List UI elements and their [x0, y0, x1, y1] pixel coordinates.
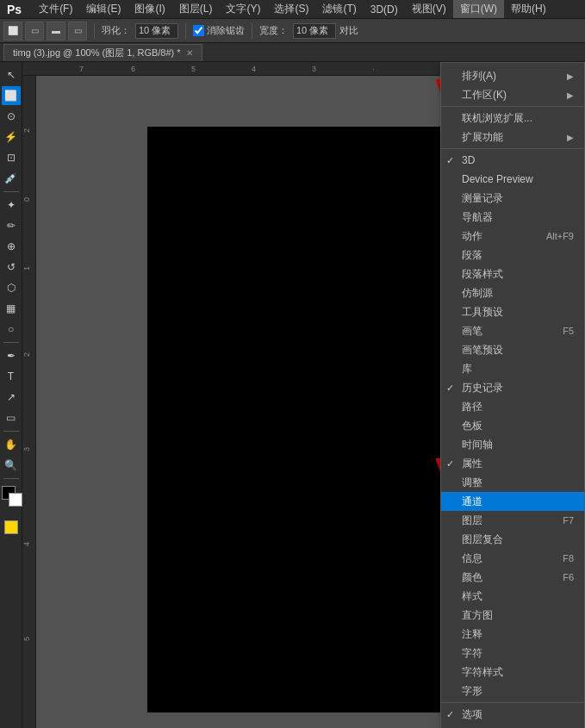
arrow-icon-extensions: ▶: [567, 133, 574, 142]
tool-eraser[interactable]: ⬡: [2, 278, 21, 297]
menu-item-character[interactable]: 字符: [441, 644, 584, 663]
menu-item-swatches[interactable]: 色板: [441, 416, 584, 435]
menu-item-arrange[interactable]: 排列(A) ▶: [441, 66, 584, 85]
menu-text[interactable]: 文字(Y): [219, 0, 267, 18]
tool-shape[interactable]: ▭: [2, 408, 21, 427]
tool-eyedropper[interactable]: 💉: [2, 169, 21, 188]
menu-item-clone-source[interactable]: 仿制源: [441, 283, 584, 302]
tool-zoom[interactable]: 🔍: [2, 456, 21, 475]
tool-move[interactable]: ↖: [2, 65, 21, 84]
tool-btn-4[interactable]: ▭: [68, 22, 87, 40]
background-color[interactable]: [9, 493, 22, 507]
svg-text:2: 2: [22, 352, 31, 357]
tool-quick-select[interactable]: ⚡: [2, 128, 21, 146]
tool-gradient[interactable]: ▦: [2, 299, 21, 318]
document-tab[interactable]: timg (3).jpg @ 100% (图层 1, RGB/8#) * ✕: [3, 44, 202, 61]
menu-item-browse-ext[interactable]: 联机浏览扩展...: [441, 109, 584, 128]
antialias-checkbox[interactable]: [193, 25, 204, 36]
svg-text:3: 3: [22, 447, 31, 451]
tool-sep-2: [3, 342, 19, 343]
menu-item-histogram[interactable]: 直方图: [441, 606, 584, 625]
menu-view[interactable]: 视图(V): [405, 0, 453, 18]
tool-dodge[interactable]: ○: [2, 320, 21, 339]
tool-path-select[interactable]: ↗: [2, 388, 21, 407]
menu-item-paragraph-styles[interactable]: 段落样式: [441, 264, 584, 283]
tool-clone[interactable]: ⊕: [2, 237, 21, 256]
menu-item-workspace[interactable]: 工作区(K) ▶: [441, 85, 584, 104]
menu-filter[interactable]: 滤镜(T): [315, 0, 363, 18]
menu-item-library[interactable]: 库: [441, 359, 584, 378]
tab-title: timg (3).jpg @ 100% (图层 1, RGB/8#) *: [13, 47, 181, 59]
toolbar-divider-2: [185, 23, 186, 39]
menu-item-notes[interactable]: 注释: [441, 625, 584, 644]
tab-close-btn[interactable]: ✕: [186, 48, 193, 58]
tool-text[interactable]: T: [2, 367, 21, 386]
shortcut-brush: F5: [563, 326, 574, 336]
menu-item-styles[interactable]: 样式: [441, 587, 584, 606]
menu-item-device-preview[interactable]: Device Preview: [441, 170, 584, 189]
menu-item-actions[interactable]: 动作 Alt+F9: [441, 227, 584, 246]
menu-item-extensions[interactable]: 扩展功能 ▶: [441, 128, 584, 146]
check-options: ✓: [446, 709, 454, 720]
menu-file[interactable]: 文件(F): [32, 0, 79, 18]
color-swatch-group: [0, 486, 22, 517]
menu-item-history[interactable]: ✓ 历史记录: [441, 378, 584, 397]
tool-hand[interactable]: ✋: [2, 435, 21, 454]
tab-bar: timg (3).jpg @ 100% (图层 1, RGB/8#) * ✕: [0, 43, 585, 62]
menu-item-measurement-log[interactable]: 测量记录: [441, 189, 584, 208]
menu-item-character-styles[interactable]: 字符样式: [441, 663, 584, 681]
feather-label: 羽化：: [102, 24, 130, 37]
svg-text:7: 7: [79, 65, 84, 73]
menu-item-paragraph[interactable]: 段落: [441, 246, 584, 264]
menu-image[interactable]: 图像(I): [128, 0, 171, 18]
menu-item-adjustments[interactable]: 调整: [441, 473, 584, 492]
menu-item-navigator[interactable]: 导航器: [441, 208, 584, 227]
menu-item-paths[interactable]: 路径: [441, 397, 584, 416]
menu-item-channels[interactable]: 通道: [441, 492, 584, 511]
tool-btn-3[interactable]: ▬: [47, 22, 65, 40]
svg-text:4: 4: [252, 65, 256, 73]
check-3d: ✓: [446, 155, 454, 166]
menu-item-tools[interactable]: ✓ 工具: [441, 724, 584, 728]
sep-1: [441, 106, 584, 107]
tool-pen[interactable]: ✒: [2, 346, 21, 365]
menu-item-timeline[interactable]: 时间轴: [441, 435, 584, 454]
menu-item-layers[interactable]: 图层 F7: [441, 511, 584, 530]
menu-item-options[interactable]: ✓ 选项: [441, 705, 584, 724]
tool-history-brush[interactable]: ↺: [2, 258, 21, 277]
svg-text:·: ·: [372, 65, 375, 73]
quick-mask-btn[interactable]: [4, 520, 18, 534]
menu-item-layer-comps[interactable]: 图层复合: [441, 530, 584, 549]
tool-sep-4: [3, 478, 19, 479]
menu-item-3d[interactable]: ✓ 3D: [441, 151, 584, 170]
menu-item-glyphs[interactable]: 字形: [441, 681, 584, 700]
menu-select[interactable]: 选择(S): [267, 0, 315, 18]
antialias-label[interactable]: 消除锯齿: [193, 24, 245, 37]
menu-help[interactable]: 帮助(H): [504, 0, 553, 18]
app-logo: Ps: [3, 3, 25, 16]
menu-window[interactable]: 窗口(W): [453, 0, 504, 18]
tool-spot-heal[interactable]: ✦: [2, 196, 21, 215]
width-input[interactable]: [293, 23, 336, 39]
tool-lasso[interactable]: ⊙: [2, 107, 21, 126]
menu-item-color[interactable]: 颜色 F6: [441, 568, 584, 587]
quick-mask-group: [0, 519, 22, 536]
menu-item-brush[interactable]: 画笔 F5: [441, 321, 584, 340]
menu-item-tool-presets[interactable]: 工具预设: [441, 302, 584, 321]
feather-input[interactable]: [135, 23, 178, 39]
menu-edit[interactable]: 编辑(E): [79, 0, 128, 18]
tool-crop[interactable]: ⊡: [2, 148, 21, 167]
tool-brush[interactable]: ✏: [2, 216, 21, 235]
svg-text:5: 5: [22, 637, 31, 641]
main-area: ↖ ⬜ ⊙ ⚡ ⊡ 💉 ✦ ✏ ⊕ ↺ ⬡ ▦ ○ ✒ T ↗ ▭ ✋ 🔍: [0, 62, 585, 728]
svg-text:4: 4: [22, 542, 31, 546]
menu-layer[interactable]: 图层(L): [172, 0, 220, 18]
tool-btn-2[interactable]: ▭: [25, 22, 44, 40]
menu-item-properties[interactable]: ✓ 属性: [441, 454, 584, 473]
tool-marquee[interactable]: ⬜: [2, 86, 21, 105]
menu-3d[interactable]: 3D(D): [364, 2, 405, 17]
left-toolbar: ↖ ⬜ ⊙ ⚡ ⊡ 💉 ✦ ✏ ⊕ ↺ ⬡ ▦ ○ ✒ T ↗ ▭ ✋ 🔍: [0, 62, 22, 728]
menu-item-info[interactable]: 信息 F8: [441, 549, 584, 568]
menu-item-brush-presets[interactable]: 画笔预设: [441, 340, 584, 359]
tool-btn-1[interactable]: ⬜: [3, 22, 22, 40]
